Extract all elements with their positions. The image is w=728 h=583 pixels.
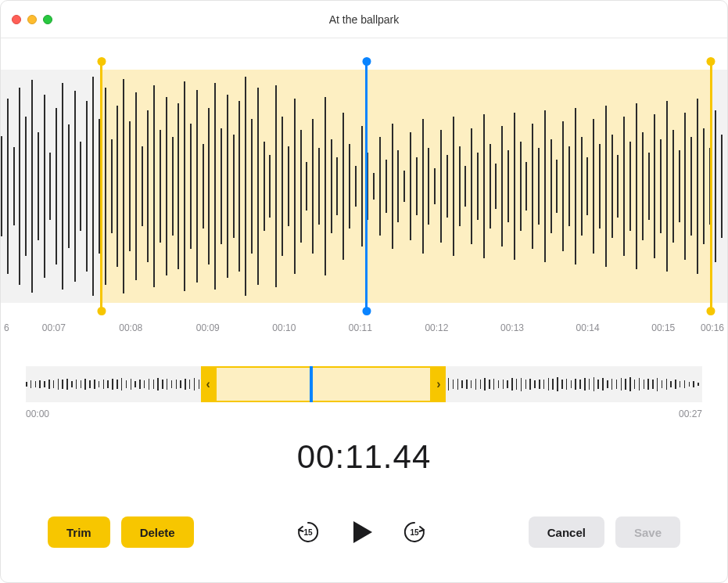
ruler-tick: 00:13	[500, 322, 524, 333]
time-ruler: 600:0700:0800:0900:1000:1100:1200:1300:1…	[1, 319, 727, 340]
waveform-canvas	[1, 70, 727, 303]
controls-bar: Trim Delete 15 15 Cancel Save	[1, 516, 727, 548]
cancel-button[interactable]: Cancel	[529, 516, 604, 548]
trim-handle-left[interactable]	[100, 61, 102, 311]
current-timecode: 00:11.44	[1, 438, 727, 476]
titlebar: At the ballpark	[1, 1, 727, 38]
skip-forward-icon: 15	[402, 520, 427, 545]
transport-controls: 15 15	[296, 518, 427, 546]
ruler-tick: 6	[4, 322, 9, 333]
delete-button[interactable]: Delete	[121, 516, 194, 548]
close-window-button[interactable]	[12, 15, 21, 24]
play-button[interactable]	[347, 518, 375, 546]
window-title: At the ballpark	[1, 13, 727, 26]
overview-trim-handle-left[interactable]: ‹	[201, 366, 215, 402]
trim-button[interactable]: Trim	[48, 516, 110, 548]
overview-start-time: 00:00	[26, 408, 49, 419]
maximize-window-button[interactable]	[43, 15, 52, 24]
skip-back-icon: 15	[296, 520, 321, 545]
ruler-tick: 00:10	[272, 322, 296, 333]
playhead[interactable]	[365, 61, 368, 311]
overview-time-labels: 00:00 00:27	[26, 408, 702, 419]
skip-back-15-button[interactable]: 15	[296, 520, 321, 545]
ruler-tick: 00:12	[425, 322, 448, 333]
ruler-tick: 00:14	[576, 322, 600, 333]
save-button[interactable]: Save	[615, 516, 680, 548]
ruler-tick: 00:08	[119, 322, 142, 333]
main-waveform[interactable]	[1, 58, 727, 315]
ruler-tick: 00:07	[42, 322, 66, 333]
ruler-tick: 00:15	[651, 322, 675, 333]
ruler-tick: 00:11	[349, 322, 372, 333]
play-icon	[347, 518, 375, 546]
svg-text:15: 15	[303, 528, 313, 537]
overview-selection	[215, 366, 432, 402]
minimize-window-button[interactable]	[27, 15, 37, 24]
overview-end-time: 00:27	[679, 408, 702, 419]
overview-waveform[interactable]: ‹ › 00:00 00:27	[26, 366, 702, 419]
ruler-tick: 00:09	[196, 322, 220, 333]
overview-trim-handle-right[interactable]: ›	[432, 366, 446, 402]
svg-text:15: 15	[410, 528, 419, 537]
overview-playhead[interactable]	[310, 366, 313, 402]
window-controls	[12, 15, 52, 24]
trim-handle-right[interactable]	[710, 61, 712, 311]
skip-forward-15-button[interactable]: 15	[402, 520, 427, 545]
ruler-tick: 00:16	[701, 322, 724, 333]
